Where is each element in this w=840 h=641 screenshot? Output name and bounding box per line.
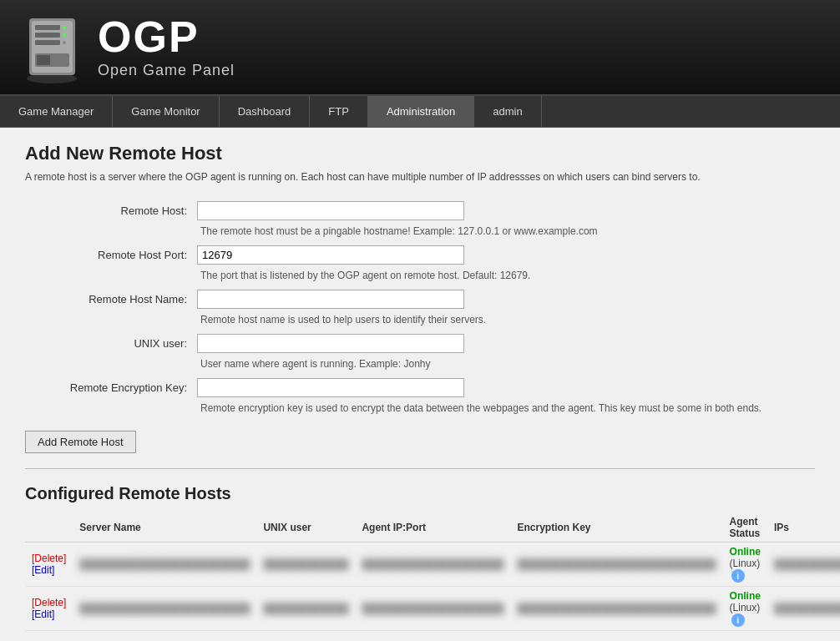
nav-item-admin[interactable]: admin — [474, 96, 541, 127]
logo-title: OGP — [98, 15, 235, 58]
hint-remote-host-name: Remote host name is used to help users t… — [25, 312, 815, 331]
unix-user-cell: ████████████ — [256, 543, 355, 587]
row-actions[interactable]: [Delete] [Edit] — [25, 543, 73, 587]
delete-link[interactable]: [Delete] — [32, 553, 66, 564]
hint-row-remote-encryption-key: Remote encryption key is used to encrypt… — [25, 401, 815, 419]
input-cell-remote-host — [192, 198, 815, 224]
input-cell-remote-host-name — [192, 286, 815, 312]
platform-label: (Linux) — [730, 602, 761, 613]
remote-host-input[interactable] — [197, 201, 464, 220]
table-row: [Delete] [Edit]█████████████████████████… — [25, 543, 840, 587]
col-header: Agent Status — [723, 513, 767, 543]
main-content: Add New Remote Host A remote host is a s… — [0, 128, 840, 641]
delete-link[interactable]: [Delete] — [32, 597, 66, 608]
unix-user-value: ████████████ — [263, 558, 348, 570]
svg-rect-10 — [37, 55, 50, 65]
page-title: Add New Remote Host — [25, 143, 815, 164]
form-row-remote-host-name: Remote Host Name: — [25, 286, 815, 312]
svg-rect-5 — [35, 40, 60, 45]
add-remote-host-button[interactable]: Add Remote Host — [25, 431, 136, 453]
form-row-remote-encryption-key: Remote Encryption Key: — [25, 375, 815, 401]
add-remote-host-form: Remote Host: The remote host must be a p… — [25, 198, 815, 453]
logo-area: OGP Open Game Panel — [17, 10, 235, 85]
input-cell-remote-host-port — [192, 242, 815, 268]
configured-hosts-title: Configured Remote Hosts — [25, 484, 815, 503]
agent-ip-cell: ████████████████████ — [355, 543, 510, 587]
form-table: Remote Host: The remote host must be a p… — [25, 198, 815, 419]
label-remote-encryption-key: Remote Encryption Key: — [25, 375, 192, 401]
edit-link[interactable]: [Edit] — [32, 564, 54, 576]
svg-rect-4 — [35, 33, 60, 38]
label-remote-host: Remote Host: — [25, 198, 192, 224]
ips-value: ███████████████ — [774, 558, 840, 570]
logo-icon — [17, 10, 88, 85]
encryption-key-cell: ████████████████████████████ — [510, 587, 722, 631]
section-divider — [25, 468, 815, 469]
nav-item-game-monitor[interactable]: Game Monitor — [113, 96, 219, 127]
hint-remote-encryption-key: Remote encryption key is used to encrypt… — [25, 401, 815, 419]
info-icon[interactable]: i — [731, 613, 745, 627]
ips-value: ███████████████ — [774, 603, 840, 614]
hint-unix-user: User name where agent is running. Exampl… — [25, 356, 815, 375]
input-cell-remote-encryption-key — [192, 375, 815, 401]
agent-ip-cell: ████████████████████ — [355, 587, 510, 631]
form-row-remote-host-port: Remote Host Port: — [25, 242, 815, 268]
svg-point-7 — [63, 33, 66, 37]
label-remote-host-port: Remote Host Port: — [25, 242, 192, 268]
col-header — [25, 513, 73, 543]
form-row-unix-user: UNIX user: — [25, 331, 815, 356]
configured-hosts-table: Server NameUNIX userAgent IP:PortEncrypt… — [25, 513, 840, 631]
hint-remote-host: The remote host must be a pingable hostn… — [25, 224, 815, 242]
encryption-key-value: ████████████████████████████ — [517, 558, 716, 570]
server-name: ████████████████████████ — [79, 558, 250, 570]
encryption-key-cell: ████████████████████████████ — [510, 543, 722, 587]
svg-point-6 — [63, 26, 66, 29]
header: OGP Open Game Panel — [0, 0, 840, 96]
logo-text-area: OGP Open Game Panel — [98, 15, 235, 79]
hint-remote-host-port: The port that is listened by the OGP age… — [25, 268, 815, 286]
server-name-cell: ████████████████████████ — [73, 543, 256, 587]
nav-item-dashboard[interactable]: Dashboard — [220, 96, 311, 127]
svg-rect-3 — [35, 25, 60, 30]
encryption-key-value: ████████████████████████████ — [517, 603, 716, 614]
agent-ip-value: ████████████████████ — [362, 603, 503, 614]
unix-user-value: ████████████ — [263, 603, 348, 614]
main-nav: Game ManagerGame MonitorDashboardFTPAdmi… — [0, 96, 840, 128]
col-header: Encryption Key — [510, 513, 722, 543]
label-remote-host-name: Remote Host Name: — [25, 286, 192, 312]
logo-subtitle: Open Game Panel — [98, 62, 235, 79]
row-actions[interactable]: [Delete] [Edit] — [25, 587, 73, 631]
nav-item-administration[interactable]: Administration — [368, 96, 474, 127]
nav-item-ftp[interactable]: FTP — [310, 96, 368, 127]
form-row-remote-host: Remote Host: — [25, 198, 815, 224]
ips-cell: ███████████████ — [767, 587, 840, 631]
platform-label: (Linux) — [730, 558, 761, 569]
ips-cell: ███████████████ — [767, 543, 840, 587]
status-online: Online — [730, 590, 761, 602]
table-row: [Delete] [Edit]█████████████████████████… — [25, 587, 840, 631]
status-cell: Online (Linux) i — [723, 587, 767, 631]
hint-row-unix-user: User name where agent is running. Exampl… — [25, 356, 815, 375]
unix-user-input[interactable] — [197, 334, 464, 353]
status-cell: Online (Linux) i — [723, 543, 767, 587]
hint-row-remote-host: The remote host must be a pingable hostn… — [25, 224, 815, 242]
col-header: UNIX user — [256, 513, 355, 543]
edit-link[interactable]: [Edit] — [32, 608, 54, 620]
agent-ip-value: ████████████████████ — [362, 558, 503, 570]
label-unix-user: UNIX user: — [25, 331, 192, 356]
col-header: Agent IP:Port — [355, 513, 510, 543]
hint-row-remote-host-port: The port that is listened by the OGP age… — [25, 268, 815, 286]
svg-point-8 — [63, 41, 66, 44]
status-online: Online — [730, 546, 761, 558]
server-name-cell: ████████████████████████ — [73, 587, 256, 631]
remote-encryption-key-input[interactable] — [197, 378, 464, 397]
nav-item-game-manager[interactable]: Game Manager — [0, 96, 113, 127]
remote-host-port-input[interactable] — [197, 245, 464, 265]
col-header: Server Name — [73, 513, 256, 543]
form-description: A remote host is a server where the OGP … — [25, 171, 815, 183]
input-cell-unix-user — [192, 331, 815, 356]
remote-host-name-input[interactable] — [197, 290, 464, 309]
info-icon[interactable]: i — [731, 569, 745, 583]
unix-user-cell: ████████████ — [256, 587, 355, 631]
server-name: ████████████████████████ — [79, 603, 250, 614]
